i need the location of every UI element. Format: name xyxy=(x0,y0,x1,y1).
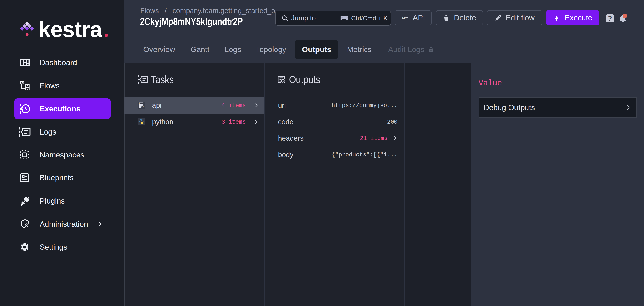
svg-text:?: ? xyxy=(142,106,144,109)
svg-text:HTTP: HTTP xyxy=(139,103,143,105)
svg-text:API: API xyxy=(402,17,408,20)
